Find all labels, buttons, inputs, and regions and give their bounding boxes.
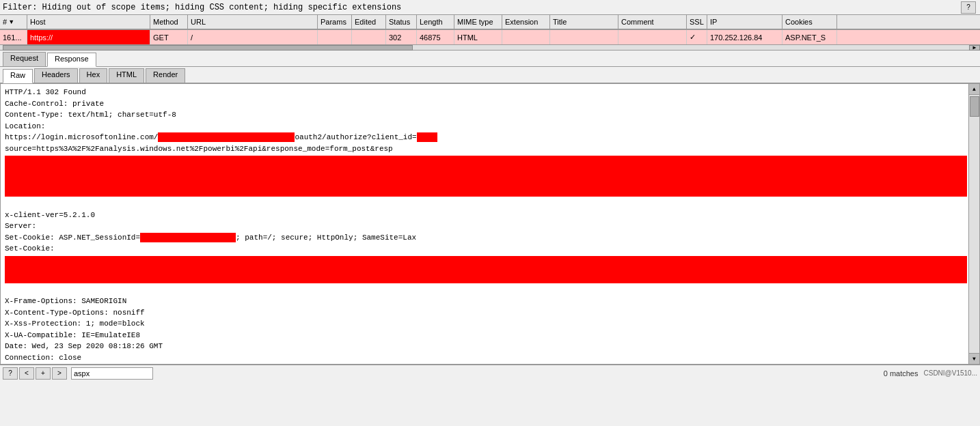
filter-text: Filter: Hiding out of scope items; hidin… xyxy=(3,3,401,12)
bottom-bar: ? < + > 0 matches CSDNI@V1510... xyxy=(0,365,980,381)
cell-cookies: ASP.NET_S xyxy=(782,30,837,44)
prev-button[interactable]: < xyxy=(19,367,34,380)
col-header-params: Params xyxy=(318,15,352,29)
col-header-edited: Edited xyxy=(352,15,386,29)
cell-status: 302 xyxy=(386,30,417,44)
tab-hex[interactable]: Hex xyxy=(79,68,108,83)
col-header-ip: IP xyxy=(707,15,782,29)
cell-url: / xyxy=(188,30,318,44)
col-header-length: Length xyxy=(417,15,454,29)
col-header-mimetype: MIME type xyxy=(454,15,502,29)
scroll-down-button[interactable]: ▼ xyxy=(969,353,980,364)
cell-ip: 170.252.126.84 xyxy=(707,30,782,44)
next-button[interactable]: > xyxy=(52,367,67,380)
vertical-scrollbar[interactable]: ▲ ▼ xyxy=(968,84,979,364)
v-scroll-thumb[interactable] xyxy=(970,96,979,117)
scroll-right-button[interactable]: ▶ xyxy=(969,45,980,51)
response-tab[interactable]: Response xyxy=(47,53,96,67)
col-header-method: Method xyxy=(150,15,188,29)
h-scroll-thumb[interactable] xyxy=(3,45,413,51)
table-row[interactable]: 161... https:// GET / 302 46875 HTML ✓ 1… xyxy=(0,30,980,45)
response-content: HTTP/1.1 302 Found Cache-Control: privat… xyxy=(1,84,979,364)
cell-num: 161... xyxy=(0,30,27,44)
col-header-host: Host xyxy=(27,15,150,29)
col-header-ssl: SSL xyxy=(687,15,707,29)
request-tab[interactable]: Request xyxy=(3,52,46,66)
filter-bar: Filter: Hiding out of scope items; hidin… xyxy=(0,0,980,15)
col-header-url: URL xyxy=(188,15,318,29)
sub-tabs: Raw Headers Hex HTML Render xyxy=(0,67,980,83)
watermark-text: CSDNI@V1510... xyxy=(923,369,977,377)
col-header-comment: Comment xyxy=(618,15,687,29)
col-header-cookies: Cookies xyxy=(782,15,837,29)
request-response-tabs: Request Response xyxy=(0,51,980,67)
add-button[interactable]: + xyxy=(36,367,51,380)
cell-comment xyxy=(618,30,687,44)
cell-title xyxy=(550,30,618,44)
cell-extension xyxy=(502,30,550,44)
horizontal-scrollbar[interactable]: ▶ xyxy=(0,45,980,51)
cell-params xyxy=(318,30,352,44)
tab-html[interactable]: HTML xyxy=(109,68,144,83)
content-area: HTTP/1.1 302 Found Cache-Control: privat… xyxy=(0,83,980,365)
search-input[interactable] xyxy=(71,367,153,380)
tab-raw[interactable]: Raw xyxy=(3,69,33,83)
scroll-up-button[interactable]: ▲ xyxy=(969,84,980,95)
cell-host: https:// xyxy=(27,30,150,44)
tab-headers[interactable]: Headers xyxy=(34,68,78,83)
sort-arrow-num: ▼ xyxy=(8,18,14,25)
cell-mimetype: HTML xyxy=(454,30,502,44)
cell-length: 46875 xyxy=(417,30,454,44)
col-header-status: Status xyxy=(386,15,417,29)
cell-ssl: ✓ xyxy=(687,30,707,44)
cell-edited xyxy=(352,30,386,44)
cell-method: GET xyxy=(150,30,188,44)
col-header-num[interactable]: # ▼ xyxy=(0,15,27,29)
help-button[interactable]: ? xyxy=(3,367,18,380)
col-header-title: Title xyxy=(550,15,618,29)
tab-render[interactable]: Render xyxy=(146,68,185,83)
filter-help-button[interactable]: ? xyxy=(961,1,976,14)
table-header: # ▼ Host Method URL Params Edited Status… xyxy=(0,15,980,30)
col-header-extension: Extension xyxy=(502,15,550,29)
matches-text: 0 matches xyxy=(884,369,918,378)
